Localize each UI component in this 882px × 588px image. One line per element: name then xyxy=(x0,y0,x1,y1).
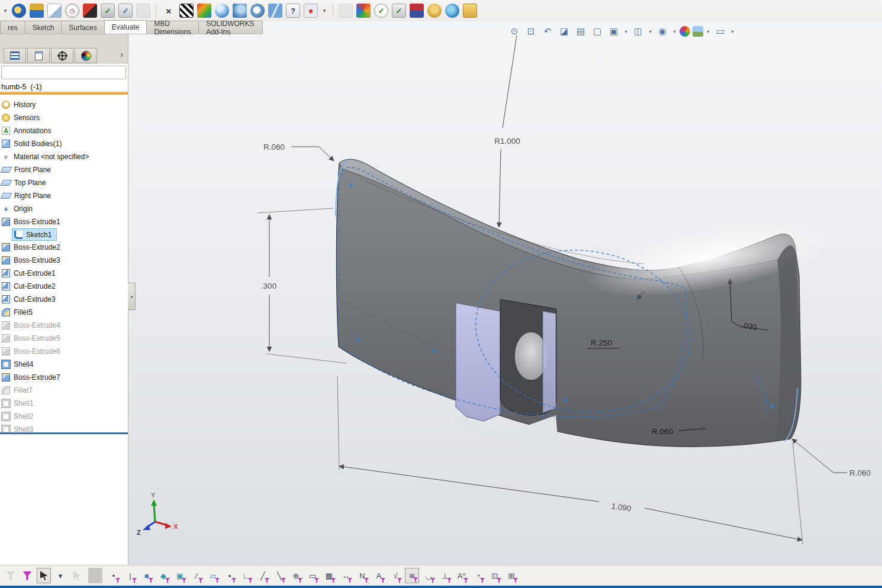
dim-height[interactable]: .300 xyxy=(257,208,346,363)
configurationmanager-tab[interactable] xyxy=(51,48,73,63)
sustainability-icon[interactable]: ◠ xyxy=(445,4,459,18)
toolbar-separator[interactable] xyxy=(333,4,333,18)
tree-item[interactable]: Shell2 xyxy=(0,410,38,423)
hide-show-items-icon[interactable]: ◉ xyxy=(655,24,669,38)
inspection-icon[interactable] xyxy=(463,4,477,18)
filter-annotations-icon[interactable]: A xyxy=(372,568,386,583)
tree-item[interactable]: Top Plane xyxy=(0,176,50,189)
toolbar-separator[interactable] xyxy=(156,4,156,18)
filter-weld-symbols-icon[interactable]: ◡ xyxy=(421,568,436,583)
cut-face-left[interactable] xyxy=(456,303,500,421)
hide-show-items-caret[interactable]: ▾ xyxy=(672,24,677,38)
section-view-icon[interactable]: ◪ xyxy=(557,24,571,38)
apply-scene-caret[interactable]: ▾ xyxy=(706,24,711,38)
display-style-icon[interactable]: ◫ xyxy=(631,24,645,38)
clear-selection-filters-icon[interactable] xyxy=(4,568,18,583)
draft-analysis-icon[interactable] xyxy=(215,4,229,18)
curvature-icon[interactable] xyxy=(197,4,211,18)
cut-face-right[interactable] xyxy=(543,311,556,413)
apply-scene-icon[interactable] xyxy=(693,26,703,37)
filter-axes-icon[interactable]: ∕ xyxy=(189,568,204,583)
filter-sketch-points-icon[interactable]: ▪ xyxy=(223,568,237,583)
tab-solidworks-addins[interactable]: SOLIDWORKS Add-Ins xyxy=(198,21,263,34)
tree-item[interactable]: Boss-Extrude3 xyxy=(0,254,65,267)
performance-evaluation-icon[interactable]: ◷ xyxy=(65,4,79,18)
filter-connection-points-icon[interactable]: ⊡ xyxy=(488,568,502,583)
tree-item[interactable]: Boss-Extrude1 xyxy=(0,215,65,228)
filter-surface-finish-symbols-icon[interactable]: √ xyxy=(388,568,403,583)
design-checker-icon[interactable]: × xyxy=(162,4,176,18)
tree-item[interactable]: Cut-Extrude2 xyxy=(0,280,60,293)
compare-documents-icon[interactable]: ? xyxy=(286,4,300,18)
toolbar-separator[interactable] xyxy=(88,568,102,583)
filter-sketch-segments-icon[interactable]: ╱ xyxy=(256,568,270,583)
filter-centerlines-icon[interactable]: ▭ xyxy=(305,568,320,583)
tree-item[interactable]: History xyxy=(0,98,40,111)
sensor-caret[interactable]: ▾ xyxy=(321,4,327,18)
filter-center-marks-icon[interactable]: ⊕ xyxy=(289,568,303,583)
tree-item[interactable]: Front Plane xyxy=(0,163,56,176)
filter-vertices-icon[interactable]: • xyxy=(107,568,121,583)
graphics-area[interactable]: ⊙ ⊡ ↶ ◪ ▤ ▢ ▣ ▾ ◫ ▾ ◉ ▾ xyxy=(128,21,882,565)
toggle-selection-filters-icon[interactable] xyxy=(20,568,34,583)
tree-item[interactable]: A Annotations xyxy=(0,124,56,137)
filter-cosmetic-threads-icon[interactable]: ≋ xyxy=(405,568,419,583)
featuremanager-tree-tab[interactable] xyxy=(4,48,26,63)
tree-item[interactable]: Boss-Extrude4 xyxy=(0,319,65,332)
filter-surface-bodies-icon[interactable]: ◆ xyxy=(156,568,170,583)
check-icon[interactable]: ✓ xyxy=(101,4,115,18)
filter-notes-icon[interactable]: N xyxy=(355,568,369,583)
tree-item[interactable]: Boss-Extrude5 xyxy=(0,332,65,345)
tab-features[interactable]: res xyxy=(0,21,25,34)
filter-geometric-tolerances-icon[interactable]: ⊥ xyxy=(438,568,452,583)
markup-icon[interactable] xyxy=(339,4,353,18)
tree-item[interactable]: Cut-Extrude1 xyxy=(0,267,60,280)
tree-item[interactable]: Sketch1 xyxy=(12,228,57,241)
view-orientation-caret[interactable]: ▾ xyxy=(623,24,629,38)
select-tool-button[interactable] xyxy=(37,568,51,583)
tree-item[interactable]: + Origin xyxy=(0,202,37,215)
tree-item[interactable]: Shell1 xyxy=(0,397,38,410)
filter-datum-targets-icon[interactable]: A° xyxy=(455,568,469,583)
dfmxpress-icon[interactable] xyxy=(410,4,424,18)
model-3d[interactable] xyxy=(336,159,836,447)
3d-drawing-view-icon[interactable]: ▢ xyxy=(590,24,604,38)
tree-item[interactable]: Shell4 xyxy=(0,358,38,371)
import-diagnostics-icon[interactable] xyxy=(83,4,97,18)
dim-radius-right[interactable]: R.060 xyxy=(792,439,871,477)
view-settings-caret[interactable]: ▾ xyxy=(730,24,735,38)
filter-routing-points-icon[interactable]: ⊞ xyxy=(504,568,519,583)
filter-blocks-icon[interactable]: ◔ xyxy=(471,568,485,583)
zoom-to-fit-icon[interactable]: ⊙ xyxy=(507,24,522,38)
panel-expand-arrow[interactable]: › xyxy=(120,50,123,59)
parting-line-analysis-icon[interactable] xyxy=(268,4,282,18)
deviation-analysis-icon[interactable] xyxy=(136,4,150,18)
view-orientation-icon[interactable]: ▣ xyxy=(607,24,621,38)
view-settings-icon[interactable]: ▭ xyxy=(713,24,728,38)
measure-icon[interactable] xyxy=(12,4,26,18)
tree-item[interactable]: Boss-Extrude2 xyxy=(0,241,65,254)
filter-faces-icon[interactable]: ■ xyxy=(140,568,154,583)
magnified-selection-icon[interactable] xyxy=(70,568,84,583)
tab-surfaces[interactable]: Surfaces xyxy=(61,21,104,34)
tree-item[interactable]: ≡ Material <not specified> xyxy=(0,150,94,163)
mass-properties-icon[interactable] xyxy=(30,4,44,18)
model-body-face[interactable] xyxy=(336,159,801,447)
dynamic-annotation-views-icon[interactable]: ▤ xyxy=(574,24,588,38)
filter-sketches-icon[interactable]: ∟ xyxy=(239,568,253,583)
tree-item[interactable]: Fillet5 xyxy=(0,306,37,319)
filter-hatch-icon[interactable]: ▦ xyxy=(322,568,336,583)
tree-filter-box[interactable] xyxy=(1,66,126,79)
thickness-analysis-icon[interactable] xyxy=(250,4,265,18)
tab-mbd-dimensions[interactable]: MBD Dimensions xyxy=(146,21,199,34)
filter-edges-icon[interactable]: | xyxy=(123,568,137,583)
part-title[interactable]: humb-5 (-1) xyxy=(1,83,42,91)
zoom-to-area-icon[interactable]: ⊡ xyxy=(524,24,538,38)
dim-radius-top-left[interactable]: R.060 xyxy=(263,143,334,161)
sensor-icon[interactable] xyxy=(304,4,318,18)
display-style-caret[interactable]: ▾ xyxy=(648,24,653,38)
tab-evaluate[interactable]: Evaluate xyxy=(104,20,147,34)
zebra-stripes-icon[interactable] xyxy=(179,4,194,18)
previous-view-icon[interactable]: ↶ xyxy=(540,24,555,38)
geometry-analysis-icon[interactable]: ✓ xyxy=(118,4,133,18)
